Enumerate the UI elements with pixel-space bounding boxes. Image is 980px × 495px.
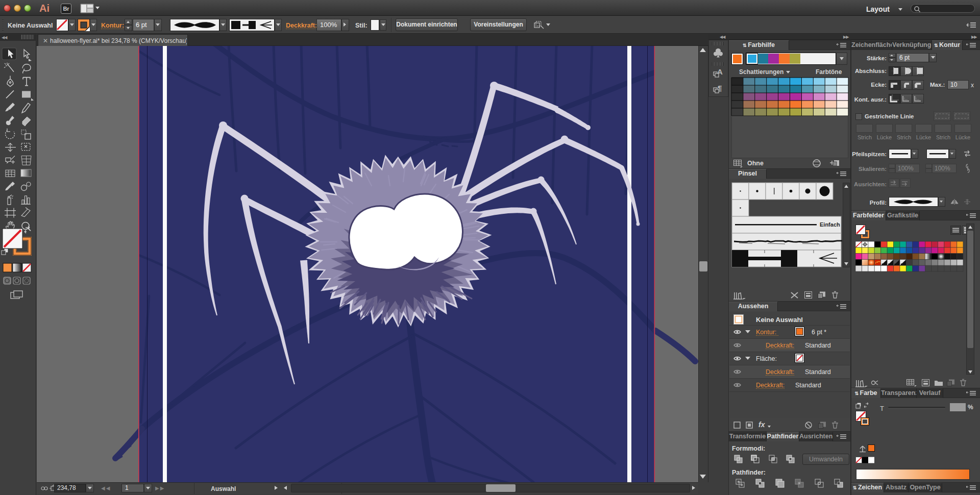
svg-text:Einfach: Einfach [820, 221, 840, 228]
